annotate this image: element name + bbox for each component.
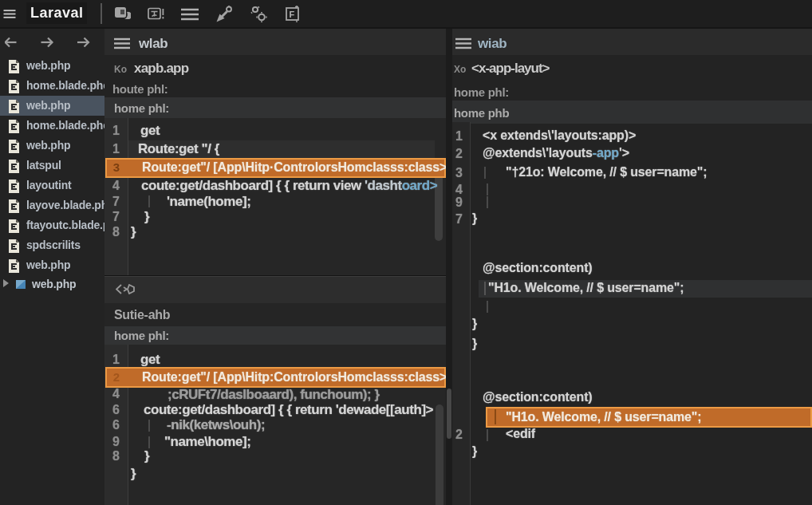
svg-text:F: F — [290, 10, 295, 19]
